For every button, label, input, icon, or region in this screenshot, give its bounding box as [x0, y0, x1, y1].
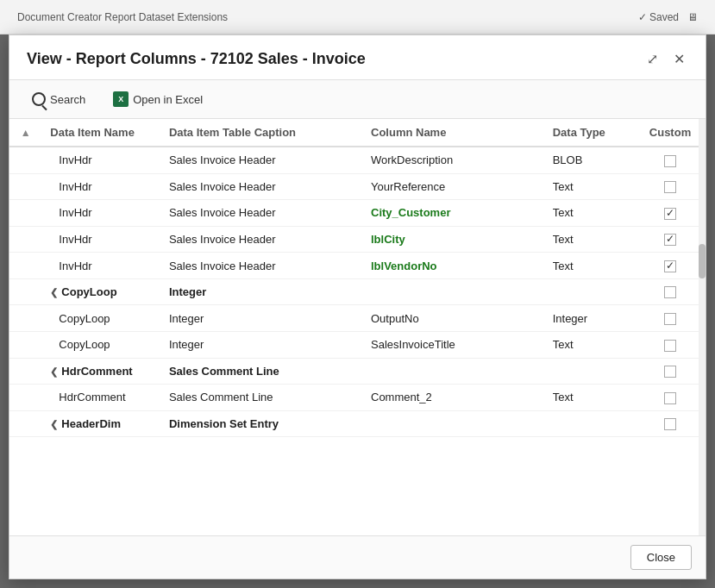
row-indent-cell — [9, 385, 41, 411]
search-button[interactable]: Search — [23, 88, 94, 110]
custom-checkbox-cell[interactable] — [635, 305, 706, 332]
row-indent-cell — [9, 278, 41, 305]
table-row: InvHdrSales Invoice HeaderlblCityText — [9, 226, 706, 253]
dialog-header-icons: ⤢ ✕ — [643, 49, 688, 69]
column-name-cell — [362, 278, 544, 305]
custom-checkbox-cell[interactable] — [635, 200, 706, 227]
close-button[interactable]: ✕ — [670, 49, 688, 69]
column-name-cell: SalesInvoiceTitle — [362, 331, 544, 358]
table-caption-cell: Sales Invoice Header — [160, 253, 362, 279]
data-item-name-cell: ❮CopyLoop — [41, 278, 160, 305]
monitor-icon: 🖥 — [687, 11, 698, 23]
table-caption-header: Data Item Table Caption — [160, 119, 362, 147]
table-caption-cell: Sales Invoice Header — [160, 226, 362, 253]
table-row: InvHdrSales Invoice HeaderYourReferenceT… — [9, 173, 706, 200]
custom-checkbox-cell[interactable] — [635, 358, 706, 385]
row-indent-cell — [9, 358, 41, 385]
custom-checkbox-cell[interactable] — [635, 147, 706, 173]
data-type-cell: BLOB — [544, 147, 635, 173]
custom-checkbox[interactable] — [664, 181, 676, 193]
custom-checkbox-cell[interactable] — [635, 410, 706, 437]
row-indent-cell — [9, 410, 41, 437]
table-caption-cell: Sales Comment Line — [160, 385, 362, 411]
background-bar: Document Creator Report Dataset Extensio… — [0, 0, 715, 34]
custom-checkbox[interactable] — [664, 418, 676, 430]
custom-checkbox[interactable] — [664, 155, 676, 167]
table-row: CopyLoopIntegerOutputNoInteger — [9, 305, 706, 332]
table-row: ❮HdrCommentSales Comment Line — [9, 358, 706, 385]
column-name-cell: OutputNo — [362, 305, 544, 332]
row-indent-cell — [9, 200, 41, 227]
table-caption-cell: Sales Invoice Header — [160, 173, 362, 200]
custom-checkbox-cell[interactable] — [635, 278, 706, 305]
row-indent-cell — [9, 226, 41, 253]
custom-checkbox[interactable] — [664, 313, 676, 325]
column-name-cell: lblCity — [362, 226, 544, 253]
data-type-cell: Text — [544, 331, 635, 358]
open-in-excel-button[interactable]: X Open in Excel — [104, 87, 211, 111]
table-row: ❮CopyLoopInteger — [9, 278, 706, 305]
row-indent-cell — [9, 305, 41, 332]
chevron-icon: ❮ — [50, 287, 58, 298]
dialog-footer: Close — [9, 535, 706, 579]
chevron-icon: ❮ — [50, 366, 58, 378]
toolbar: Search X Open in Excel — [9, 80, 706, 119]
column-name-cell — [362, 358, 544, 385]
row-indent-cell — [9, 253, 41, 279]
sort-icon: ▲ — [21, 127, 31, 139]
column-name-cell: WorkDescription — [362, 147, 544, 173]
custom-checkbox[interactable] — [664, 366, 676, 378]
custom-checkbox-cell[interactable] — [635, 226, 706, 253]
dialog: View - Report Columns - 72102 Sales - In… — [9, 34, 706, 579]
custom-checkbox[interactable] — [664, 260, 676, 272]
table-caption-cell: Integer — [160, 331, 362, 358]
search-icon — [32, 92, 46, 106]
custom-header: Custom — [635, 119, 706, 147]
column-name-cell: Comment_2 — [362, 385, 544, 411]
data-item-name-cell: ❮HeaderDim — [41, 410, 160, 437]
data-item-name-cell: InvHdr — [41, 226, 160, 253]
scrollbar-track[interactable] — [699, 119, 706, 535]
chevron-icon: ❮ — [50, 419, 58, 430]
data-item-name-cell: ❮HdrComment — [41, 358, 160, 385]
excel-label: Open in Excel — [133, 93, 203, 106]
column-name-cell: lblVendorNo — [362, 253, 544, 279]
data-item-name-cell: InvHdr — [41, 253, 160, 279]
custom-checkbox[interactable] — [664, 392, 676, 404]
row-indent-cell — [9, 173, 41, 200]
column-name-cell: YourReference — [362, 173, 544, 200]
custom-checkbox[interactable] — [664, 340, 676, 352]
table-caption-cell: Sales Comment Line — [160, 358, 362, 385]
scrollbar-thumb[interactable] — [699, 244, 706, 278]
dialog-header: View - Report Columns - 72102 Sales - In… — [9, 35, 706, 80]
column-name-cell: City_Customer — [362, 200, 544, 227]
custom-checkbox-cell[interactable] — [635, 331, 706, 358]
column-name-cell — [362, 410, 544, 437]
table-row: HdrCommentSales Comment LineComment_2Tex… — [9, 385, 706, 411]
table-header-row: ▲ Data Item Name Data Item Table Caption… — [9, 119, 706, 147]
close-footer-button[interactable]: Close — [630, 545, 692, 570]
data-type-cell — [544, 358, 635, 385]
custom-checkbox[interactable] — [664, 208, 676, 220]
excel-icon: X — [113, 91, 129, 107]
custom-checkbox-cell[interactable] — [635, 173, 706, 200]
sort-header: ▲ — [9, 119, 41, 147]
data-type-header: Data Type — [544, 119, 635, 147]
data-type-cell — [544, 278, 635, 305]
data-type-cell: Text — [544, 200, 635, 227]
expand-button[interactable]: ⤢ — [643, 49, 662, 69]
table-caption-cell: Integer — [160, 305, 362, 332]
row-indent-cell — [9, 147, 41, 173]
table-caption-cell: Dimension Set Entry — [160, 410, 362, 437]
custom-checkbox[interactable] — [664, 286, 676, 298]
data-type-cell: Text — [544, 253, 635, 279]
table-caption-cell: Sales Invoice Header — [160, 147, 362, 173]
table-row: CopyLoopIntegerSalesInvoiceTitleText — [9, 331, 706, 358]
data-item-name-cell: CopyLoop — [41, 331, 160, 358]
custom-checkbox-cell[interactable] — [635, 385, 706, 411]
row-indent-cell — [9, 331, 41, 358]
table-row: ❮HeaderDimDimension Set Entry — [9, 410, 706, 437]
custom-checkbox[interactable] — [664, 234, 676, 246]
table-row: InvHdrSales Invoice HeaderCity_CustomerT… — [9, 200, 706, 227]
custom-checkbox-cell[interactable] — [635, 253, 706, 279]
